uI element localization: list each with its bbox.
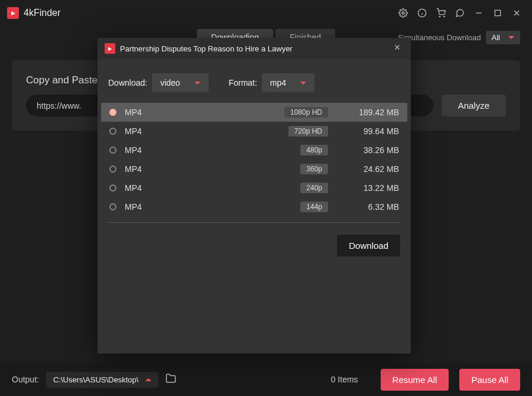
format-select[interactable]: mp4 [262, 73, 314, 92]
open-folder-icon[interactable] [166, 373, 176, 386]
chevron-up-icon [145, 378, 151, 381]
maximize-icon[interactable] [489, 5, 506, 21]
quality-resolution: 360p [300, 164, 328, 174]
radio-icon [109, 128, 116, 135]
quality-row[interactable]: MP4360p24.62 MB [101, 160, 407, 178]
quality-list: MP41080p HD189.42 MBMP4720p HD99.64 MBMP… [98, 103, 411, 216]
quality-resolution: 720p HD [288, 126, 328, 137]
modal-title: Partnership Disputes Top Reason to Hire … [120, 44, 391, 53]
resume-all-button[interactable]: Resume All [381, 369, 449, 391]
quality-row[interactable]: MP4720p HD99.64 MB [101, 122, 407, 141]
quality-size: 24.62 MB [346, 164, 399, 174]
chevron-down-icon [300, 82, 306, 85]
quality-row[interactable]: MP4144p6.32 MB [101, 197, 407, 216]
output-path-select[interactable]: C:\Users\ASUS\Desktop\ [46, 372, 159, 388]
radio-icon [109, 203, 116, 210]
quality-format: MP4 [125, 126, 160, 136]
quality-format: MP4 [125, 108, 160, 117]
chat-icon[interactable] [452, 5, 468, 21]
modal-header: Partnership Disputes Top Reason to Hire … [98, 38, 411, 59]
quality-resolution: 1080p HD [284, 107, 328, 118]
quality-row[interactable]: MP4480p38.26 MB [101, 141, 407, 160]
svg-point-4 [439, 16, 440, 17]
radio-icon [109, 184, 116, 191]
cart-icon[interactable] [433, 5, 449, 21]
svg-rect-7 [495, 10, 500, 15]
radio-icon [109, 147, 116, 154]
modal-controls: Download: video Format: mp4 [98, 59, 411, 103]
quality-format: MP4 [125, 183, 160, 193]
radio-icon [109, 165, 116, 173]
quality-size: 99.64 MB [346, 126, 399, 136]
quality-row[interactable]: MP4240p13.22 MB [101, 178, 407, 197]
app-logo-icon [7, 7, 19, 19]
items-count: 0 Items [331, 375, 358, 384]
modal-logo-icon [105, 43, 115, 54]
download-button[interactable]: Download [337, 235, 400, 257]
chevron-down-icon [508, 36, 514, 39]
simultaneous-select[interactable]: All [486, 31, 520, 44]
output-path-value: C:\Users\ASUS\Desktop\ [53, 375, 139, 384]
format-label: Format: [229, 78, 257, 87]
close-icon[interactable] [508, 5, 525, 21]
quality-resolution: 240p [300, 183, 328, 193]
minimize-icon[interactable] [471, 5, 487, 21]
quality-size: 13.22 MB [346, 183, 399, 193]
download-modal: Partnership Disputes Top Reason to Hire … [98, 38, 411, 353]
download-type-value: video [160, 78, 180, 87]
quality-format: MP4 [125, 164, 160, 174]
titlebar: 4kFinder [0, 0, 532, 26]
svg-point-0 [402, 12, 404, 14]
quality-format: MP4 [125, 202, 160, 212]
radio-icon [109, 109, 116, 116]
quality-size: 6.32 MB [346, 202, 399, 212]
settings-icon[interactable] [395, 5, 411, 21]
simultaneous-value: All [492, 33, 500, 42]
pause-all-button[interactable]: Pause All [459, 369, 520, 391]
chevron-down-icon [194, 82, 200, 85]
svg-point-5 [444, 16, 445, 17]
download-type-select[interactable]: video [152, 73, 208, 92]
format-value: mp4 [270, 78, 286, 87]
analyze-button[interactable]: Analyze [442, 95, 506, 116]
app-title: 4kFinder [24, 8, 60, 18]
quality-format: MP4 [125, 145, 160, 155]
quality-size: 38.26 MB [346, 145, 399, 155]
download-type-label: Download: [108, 78, 147, 87]
quality-row[interactable]: MP41080p HD189.42 MB [101, 103, 407, 122]
footer: Output: C:\Users\ASUS\Desktop\ 0 Items R… [0, 363, 532, 396]
modal-close-icon[interactable] [391, 41, 404, 56]
quality-resolution: 144p [300, 202, 328, 212]
output-label: Output: [12, 375, 39, 384]
quality-resolution: 480p [300, 145, 328, 155]
quality-size: 189.42 MB [346, 108, 399, 117]
info-icon[interactable] [414, 5, 430, 21]
